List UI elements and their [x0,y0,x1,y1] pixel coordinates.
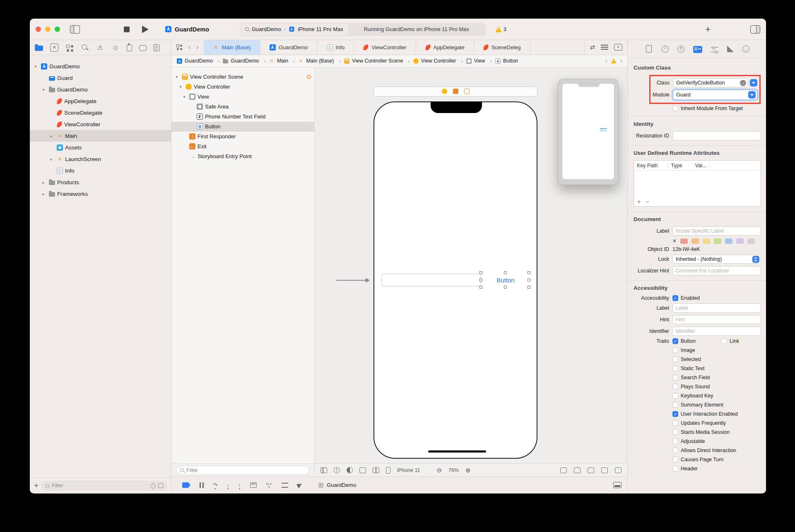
add-tab-button[interactable]: + [705,24,711,35]
run-button[interactable] [142,26,149,33]
connections-inspector-icon[interactable] [742,46,749,53]
identity-inspector-icon[interactable] [693,46,702,53]
trait-checkbox[interactable] [672,420,678,426]
breadcrumb-segment[interactable]: Main (Base) [298,58,344,64]
localizer-hint-field[interactable] [672,266,761,275]
editor-tab[interactable]: GuardDemo [260,40,318,55]
outline-row[interactable]: Storyboard Entry Point [171,152,314,161]
selection-handle[interactable] [479,279,482,282]
step-into-icon[interactable]: ↓ [226,482,229,488]
disclosure-chevron-icon[interactable]: ▾ [32,64,39,69]
selected-button[interactable]: Button [494,276,517,285]
file-tree-row[interactable]: AppDelegate [30,95,171,107]
accessibility-identifier-field[interactable] [672,327,761,336]
trait-checkbox[interactable] [672,411,678,417]
device-icon[interactable] [386,467,390,474]
lock-popup[interactable]: Inherited - (Nothing) [672,255,761,264]
storyboard-canvas[interactable]: Button [315,67,627,463]
color-swatch[interactable] [714,238,721,244]
minimize-window-button[interactable] [45,26,51,32]
trait-checkbox[interactable] [672,466,678,472]
file-tree-row[interactable]: Guard [30,72,171,84]
selection-handle[interactable] [528,279,530,282]
breakpoint-navigator-icon[interactable] [139,45,147,51]
file-tree-row[interactable]: SceneDelegate [30,107,171,118]
recent-files-icon[interactable] [150,483,156,489]
tab-overview-icon[interactable] [176,44,183,51]
breadcrumb-segment[interactable]: GuardDemo [176,58,222,64]
memory-graph-icon[interactable] [266,482,272,488]
zoom-level[interactable]: 76% [448,467,459,473]
jump-to-class-icon[interactable]: → [740,80,746,86]
debug-process[interactable]: ⊞ GuardDemo [318,481,356,489]
device-name-button[interactable]: iPhone 11 [397,467,420,473]
history-inspector-icon[interactable] [662,46,669,53]
add-constraints-icon[interactable] [601,467,608,473]
outline-row[interactable]: First Responder [171,132,314,142]
outline-row[interactable]: Safe Area [171,102,314,112]
selection-handle[interactable] [479,271,482,274]
outline-row[interactable]: Phone Number Text Field [171,112,314,122]
storyboard-entry-point-arrow[interactable] [336,280,366,281]
breadcrumb-segment[interactable]: View [466,58,495,64]
color-swatch[interactable] [680,238,688,244]
file-tree-row[interactable]: ▸ Main [30,130,171,142]
module-combobox[interactable]: Guard [673,90,757,100]
class-dropdown-icon[interactable] [750,79,757,87]
add-file-button[interactable]: + [34,481,39,490]
debug-navigator-icon[interactable] [127,45,132,51]
selection-handle[interactable] [528,286,530,289]
next-issue-icon[interactable]: › [620,58,622,64]
trait-checkbox[interactable] [672,375,678,380]
breadcrumb-segment[interactable]: Button [495,58,520,64]
navigator-filter-field[interactable]: Filter [42,481,167,490]
environment-overrides-icon[interactable] [282,483,288,488]
trait-checkbox[interactable] [672,393,678,399]
restoration-id-field[interactable] [672,131,761,140]
trait-checkbox[interactable] [672,356,678,362]
trait-checkbox[interactable] [672,366,678,371]
accessibility-hint-field[interactable] [672,315,761,324]
back-icon[interactable]: ‹ [188,43,190,51]
view-controller-dock-icon[interactable] [442,89,447,94]
source-control-status-icon[interactable] [158,483,163,488]
first-responder-dock-icon[interactable] [453,89,458,94]
breadcrumb-segment[interactable]: GuardDemo [222,58,268,64]
step-out-icon[interactable]: ↑ [238,482,241,488]
runtime-attributes-table[interactable]: Key Path Type Val... + − [634,160,761,207]
disclosure-chevron-icon[interactable]: ▾ [178,84,183,89]
pause-execution-icon[interactable] [200,482,204,488]
editor-tab[interactable]: SceneDeleg [474,40,530,55]
accessibility-label-field[interactable] [672,303,761,313]
warning-count-badge[interactable]: 3 [495,26,506,32]
embed-in-icon[interactable] [574,467,581,473]
simulate-location-icon[interactable] [296,481,303,488]
test-navigator-icon[interactable]: ◇ [111,43,120,52]
file-tree-row[interactable]: Info [30,165,171,176]
attributes-inspector-icon[interactable] [711,47,718,52]
add-runtime-attribute-button[interactable]: + [637,198,641,205]
toggle-console-icon[interactable] [613,482,622,488]
trait-checkbox[interactable] [672,448,678,453]
lock-popup-stepper-icon[interactable] [752,256,759,263]
zoom-out-icon[interactable]: ⊖ [436,467,442,474]
breadcrumb-segment[interactable]: Main [269,58,298,64]
trait-checkbox[interactable] [672,347,678,353]
file-tree-row[interactable]: ViewController [30,118,171,130]
issue-navigator-icon[interactable]: ⚠ [96,43,104,52]
toggle-outline-icon[interactable] [320,467,327,473]
appearance-toggle-icon[interactable] [347,467,353,473]
toggle-navigator-icon[interactable] [70,25,80,34]
breadcrumb-segment[interactable]: View Controller Scene [344,58,413,64]
toggle-inspector-icon[interactable] [750,25,760,34]
issue-warning-icon[interactable] [611,59,617,64]
stop-button[interactable] [124,26,130,32]
editor-tab[interactable]: Main (Base) [204,40,260,55]
project-navigator-icon[interactable] [35,46,43,51]
file-tree-row[interactable]: Assets [30,142,171,153]
color-swatch[interactable] [725,238,732,244]
disclosure-chevron-icon[interactable]: ▸ [48,134,55,138]
trait-checkbox[interactable] [672,429,678,435]
code-review-icon[interactable]: ⇄ [590,43,595,51]
file-tree-row[interactable]: ▾ GuardDemo [30,60,171,72]
